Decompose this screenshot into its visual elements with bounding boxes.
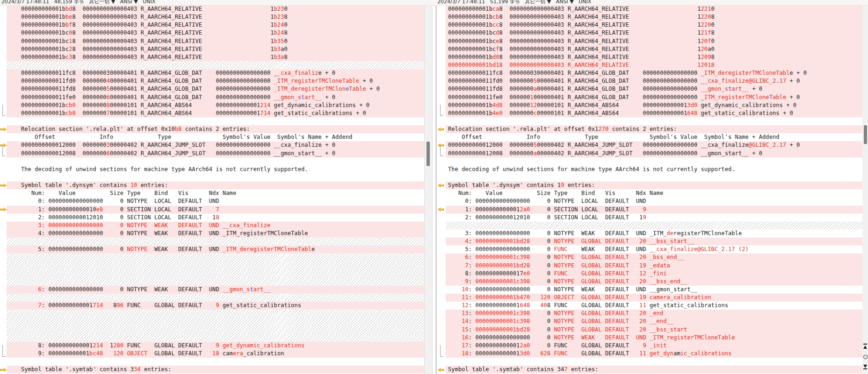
- diff-line-text: Symbol table '.symtab' contains 347 entr…: [445, 366, 862, 374]
- diff-line-text: 000000000001b4d8 0000001200000101 R_AARC…: [445, 101, 862, 109]
- diff-line[interactable]: 000000000001bc38 0000000000000403 R_AARC…: [7, 53, 424, 61]
- diff-line[interactable]: 0000000000011fe0 0000001000000401 R_AARC…: [445, 94, 862, 101]
- diff-line[interactable]: Relocation section '.rela.plt' at offset…: [445, 125, 862, 133]
- diff-line[interactable]: 9: 000000000001bc48 120 OBJECT GLOBAL DE…: [7, 350, 424, 358]
- diff-line[interactable]: 000000000001bbd8 0000000000000403 R_AARC…: [7, 5, 424, 13]
- diff-line[interactable]: 000000000001bcf8 0000000000000403 R_AARC…: [445, 45, 862, 53]
- diff-line[interactable]: 000000000001bc28 0000000000000403 R_AARC…: [7, 45, 424, 53]
- left-scrollbar-thumb[interactable]: [427, 142, 430, 166]
- diff-line[interactable]: The decoding of unwind sections for mach…: [7, 165, 424, 173]
- diff-line[interactable]: 7: 0000000000001714 896 FUNC GLOBAL DEFA…: [7, 302, 424, 309]
- diff-line[interactable]: 0: 0000000000000000 0 NOTYPE LOCAL DEFAU…: [445, 197, 862, 205]
- diff-line[interactable]: [7, 117, 424, 125]
- diff-line[interactable]: 000000000001bcb0 0000000800000101 R_AARC…: [7, 101, 424, 109]
- diff-line[interactable]: 000000000001bca8 0000000000000403 R_AARC…: [445, 5, 862, 13]
- diff-line[interactable]: 3: 0000000000000000 0 NOTYPE WEAK DEFAUL…: [445, 230, 862, 237]
- diff-line[interactable]: 0: 0000000000000000 0 NOTYPE LOCAL DEFAU…: [7, 197, 424, 205]
- diff-line[interactable]: 000000000001bd18 0000000000000403 R_AARC…: [445, 61, 862, 69]
- file-info-right[interactable]: 2024/3/7 17:48:11 51,199 字节 其它一切 ▼ ANSI …: [437, 0, 591, 5]
- diff-line[interactable]: [7, 158, 424, 165]
- diff-line[interactable]: 000000000001bd08 0000000000000403 R_AARC…: [445, 53, 862, 61]
- diff-line[interactable]: 5: 0000000000000000 0 NOTYPE WEAK DEFAUL…: [7, 245, 424, 253]
- alignment-gap-line: [445, 222, 862, 230]
- right-vertical-scrollbar[interactable]: [862, 5, 868, 374]
- diff-line[interactable]: 0000000000011fc8 0000000300000401 R_AARC…: [445, 69, 862, 77]
- current-diff-icon[interactable]: [862, 353, 868, 360]
- diff-marker-arrow-icon: [0, 208, 7, 212]
- diff-line[interactable]: 000000000001bcb8 0000000000000403 R_AARC…: [445, 13, 862, 21]
- diff-line[interactable]: 0000000000012008 0000000600000402 R_AARC…: [7, 150, 424, 158]
- diff-line[interactable]: 0000000000011fe0 0000000600000401 R_AARC…: [7, 94, 424, 101]
- diff-line[interactable]: 000000000001bce8 0000000000000403 R_AARC…: [445, 37, 862, 45]
- diff-line[interactable]: Symbol table '.dynsym' contains 19 entri…: [445, 181, 862, 189]
- diff-line[interactable]: 000000000001bcc8 0000000000000403 R_AARC…: [445, 21, 862, 29]
- diff-line[interactable]: 10: 0000000000000000 0 NOTYPE WEAK DEFAU…: [445, 286, 862, 294]
- diff-line[interactable]: 11: 000000000001b470 120 OBJECT GLOBAL D…: [445, 294, 862, 302]
- diff-line[interactable]: 000000000001bbf8 0000000000000403 R_AARC…: [7, 21, 424, 29]
- diff-line[interactable]: 0000000000012000 0000000300000402 R_AARC…: [7, 141, 424, 149]
- diff-line-text: 1: 00000000000010e8 0 SECTION LOCAL DEFA…: [7, 206, 424, 214]
- diff-line[interactable]: 6: 0000000000000000 0 NOTYPE WEAK DEFAUL…: [7, 286, 424, 294]
- diff-line[interactable]: Relocation section '.rela.plt' at offset…: [7, 125, 424, 133]
- diff-line[interactable]: 1: 00000000000012a0 0 SECTION LOCAL DEFA…: [445, 206, 862, 214]
- diff-line[interactable]: 0000000000012000 0000000500000402 R_AARC…: [445, 141, 862, 149]
- diff-line[interactable]: 13: 000000000001c398 0 NOTYPE GLOBAL DEF…: [445, 309, 862, 317]
- diff-line[interactable]: [7, 173, 424, 181]
- diff-line-text: 000000000001bca8 0000000000000403 R_AARC…: [445, 5, 862, 13]
- diff-line[interactable]: 0000000000011fd0 0000000500000401 R_AARC…: [445, 77, 862, 85]
- left-vertical-scrollbar[interactable]: [424, 5, 433, 374]
- diff-line[interactable]: 0000000000012008 0000000a00000402 R_AARC…: [445, 150, 862, 158]
- diff-line[interactable]: 000000000001bbe8 0000000000000403 R_AARC…: [7, 13, 424, 21]
- diff-line[interactable]: 000000000001bcb8 0000000700000101 R_AARC…: [7, 109, 424, 117]
- diff-line-text: Symbol table '.dynsym' contains 19 entri…: [445, 181, 862, 189]
- diff-line[interactable]: 000000000001b4e0 0000000c00000101 R_AARC…: [445, 109, 862, 117]
- diff-line[interactable]: 1: 00000000000010e8 0 SECTION LOCAL DEFA…: [7, 206, 424, 214]
- diff-line[interactable]: Symbol table '.symtab' contains 334 entr…: [7, 366, 424, 374]
- diff-line[interactable]: 14: 000000000001c398 0 NOTYPE GLOBAL DEF…: [445, 317, 862, 325]
- diff-line[interactable]: 18: 00000000000013d0 628 FUNC GLOBAL DEF…: [445, 350, 862, 358]
- diff-line[interactable]: 4: 000000000001bd28 0 NOTYPE GLOBAL DEFA…: [445, 237, 862, 245]
- diff-line[interactable]: Symbol table '.symtab' contains 347 entr…: [445, 366, 862, 374]
- diff-line[interactable]: 7: 000000000001bd28 0 NOTYPE GLOBAL DEFA…: [445, 262, 862, 270]
- diff-line[interactable]: 9: 000000000001c398 0 NOTYPE GLOBAL DEFA…: [445, 278, 862, 286]
- diff-line[interactable]: [7, 358, 424, 366]
- diff-line[interactable]: 16: 0000000000000000 0 NOTYPE WEAK DEFAU…: [445, 334, 862, 342]
- diff-line[interactable]: The decoding of unwind sections for mach…: [445, 165, 862, 173]
- diff-line[interactable]: 3: 0000000000000000 0 NOTYPE WEAK DEFAUL…: [7, 222, 424, 230]
- diff-line[interactable]: 2: 0000000000012010 0 SECTION LOCAL DEFA…: [445, 214, 862, 222]
- diff-line[interactable]: 0000000000011fc8 0000000300000401 R_AARC…: [7, 69, 424, 77]
- right-scrollbar-thumb[interactable]: [864, 125, 867, 144]
- diff-line[interactable]: 0000000000011fd0 0000000400000401 R_AARC…: [7, 77, 424, 85]
- scroll-first-diff-icon[interactable]: [862, 343, 868, 350]
- diff-line[interactable]: 000000000001b4d8 0000001200000101 R_AARC…: [445, 101, 862, 109]
- diff-line[interactable]: Symbol table '.dynsym' contains 10 entri…: [7, 181, 424, 189]
- diff-line[interactable]: 5: 0000000000000000 0 FUNC WEAK DEFAULT …: [445, 245, 862, 253]
- diff-line-text: 3: 0000000000000000 0 NOTYPE WEAK DEFAUL…: [445, 230, 862, 237]
- diff-line[interactable]: 000000000001bc18 0000000000000403 R_AARC…: [7, 37, 424, 45]
- diff-line[interactable]: 4: 0000000000000000 0 NOTYPE WEAK DEFAUL…: [7, 230, 424, 237]
- diff-line[interactable]: Num: Value Size Type Bind Vis Ndx Name: [445, 189, 862, 197]
- diff-line[interactable]: Offset Info Type Symbol's Value Symbol's…: [445, 133, 862, 141]
- diff-line[interactable]: [445, 117, 862, 125]
- diff-line[interactable]: [445, 358, 862, 366]
- diff-line[interactable]: 15: 000000000001bd28 0 NOTYPE GLOBAL DEF…: [445, 326, 862, 334]
- diff-line[interactable]: [445, 158, 862, 165]
- diff-line[interactable]: 000000000001bc08 0000000000000403 R_AARC…: [7, 29, 424, 37]
- diff-line[interactable]: 6: 000000000001c398 0 NOTYPE GLOBAL DEFA…: [445, 253, 862, 261]
- diff-line[interactable]: 0000000000011fd8 0000000500000401 R_AARC…: [7, 85, 424, 93]
- diff-line[interactable]: 17: 00000000000012a0 0 FUNC GLOBAL DEFAU…: [445, 342, 862, 350]
- diff-line[interactable]: 2: 0000000000012010 0 SECTION LOCAL DEFA…: [7, 214, 424, 222]
- left-diff-pane[interactable]: 000000000001bbd8 0000000000000403 R_AARC…: [7, 5, 424, 374]
- diff-line[interactable]: Offset Info Type Symbol's Value Symbol's…: [7, 133, 424, 141]
- right-diff-pane[interactable]: 000000000001bca8 0000000000000403 R_AARC…: [445, 5, 862, 374]
- diff-line[interactable]: 12: 0000000000001648 408 FUNC GLOBAL DEF…: [445, 302, 862, 309]
- diff-line[interactable]: 000000000001bcd8 0000000000000403 R_AARC…: [445, 29, 862, 37]
- diff-line[interactable]: 0000000000011fd8 0000000a00000401 R_AARC…: [445, 85, 862, 93]
- diff-line[interactable]: 8: 00000000000017e0 0 FUNC GLOBAL DEFAUL…: [445, 270, 862, 278]
- diff-line[interactable]: Num: Value Size Type Bind Vis Ndx Name: [7, 189, 424, 197]
- diff-line[interactable]: 8: 0000000000001214 1280 FUNC GLOBAL DEF…: [7, 342, 424, 350]
- file-info-left[interactable]: 2024/3/7 17:48:11 48,159 字节 其它一切 ▼ ANSI …: [1, 0, 155, 5]
- scroll-last-diff-icon[interactable]: [862, 363, 868, 371]
- diff-line-text: The decoding of unwind sections for mach…: [445, 165, 862, 173]
- diff-line[interactable]: [445, 173, 862, 181]
